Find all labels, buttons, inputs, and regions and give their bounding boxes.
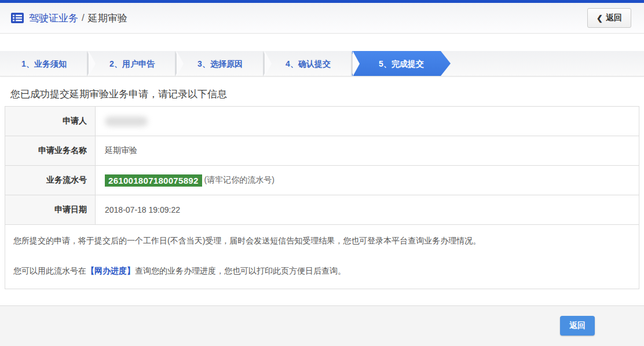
title-separator: / [82,12,85,24]
apply-date-value: 2018-07-18 19:09:22 [96,195,639,224]
header-back-button[interactable]: ❮ 返回 [587,8,631,28]
serial-number-value: 261001807180075892 (请牢记你的流水号) [96,166,639,195]
success-message: 您已成功提交延期审验业务申请，请记录以下信息 [10,88,644,101]
apply-date-label: 申请日期 [5,195,96,224]
service-name-label: 申请业务名称 [5,136,96,165]
table-row-service-name: 申请业务名称 延期审验 [5,136,639,166]
note-query-prefix: 您可以用此流水号在 [13,266,86,275]
application-info-box: 申请人 申请业务名称 延期审验 业务流水号 261001807180075892… [5,106,639,289]
note-query-progress: 您可以用此流水号在【网办进度】查询您的业务办理进度，您也可以打印此页方便日后查询… [13,265,631,277]
wizard-step-1: 1、业务须知 [0,51,88,76]
online-progress-link[interactable]: 【网办进度】 [86,266,135,275]
page-title-category: 驾驶证业务 [29,12,78,25]
header-back-label: 返回 [606,13,622,23]
footer-back-button[interactable]: 返回 [560,316,595,336]
serial-number-badge: 261001807180075892 [105,174,202,187]
notes-section: 您所提交的申请，将于提交后的一个工作日(不含当天)受理，届时会发送短信告知受理结… [5,225,639,289]
wizard-step-5-active: 5、完成提交 [352,51,451,76]
redacted-name-blur [105,116,148,126]
applicant-value [96,107,639,136]
note-query-suffix: 查询您的业务办理进度，您也可以打印此页方便日后查询。 [135,266,346,275]
chevron-left-icon: ❮ [597,14,603,23]
page-header: 驾驶证业务 / 延期审验 ❮ 返回 [0,3,644,34]
service-name-value: 延期审验 [96,136,639,165]
wizard-step-2: 2、用户申告 [88,51,176,76]
applicant-label: 申请人 [5,107,96,136]
step-wizard: 1、业务须知 2、用户申告 3、选择原因 4、确认提交 5、完成提交 [0,51,644,77]
wizard-step-3: 3、选择原因 [176,51,264,76]
note-processing-time: 您所提交的申请，将于提交后的一个工作日(不含当天)受理，届时会发送短信告知受理结… [13,235,631,247]
footer-bar: 返回 [0,305,644,346]
serial-number-label: 业务流水号 [5,166,96,195]
page-title-service: 延期审验 [88,12,127,25]
serial-number-note: (请牢记你的流水号) [204,175,275,185]
table-row-serial-number: 业务流水号 261001807180075892 (请牢记你的流水号) [5,166,639,195]
table-row-apply-date: 申请日期 2018-07-18 19:09:22 [5,195,639,225]
list-icon [10,12,24,24]
table-row-applicant: 申请人 [5,107,639,136]
wizard-step-4: 4、确认提交 [264,51,352,76]
